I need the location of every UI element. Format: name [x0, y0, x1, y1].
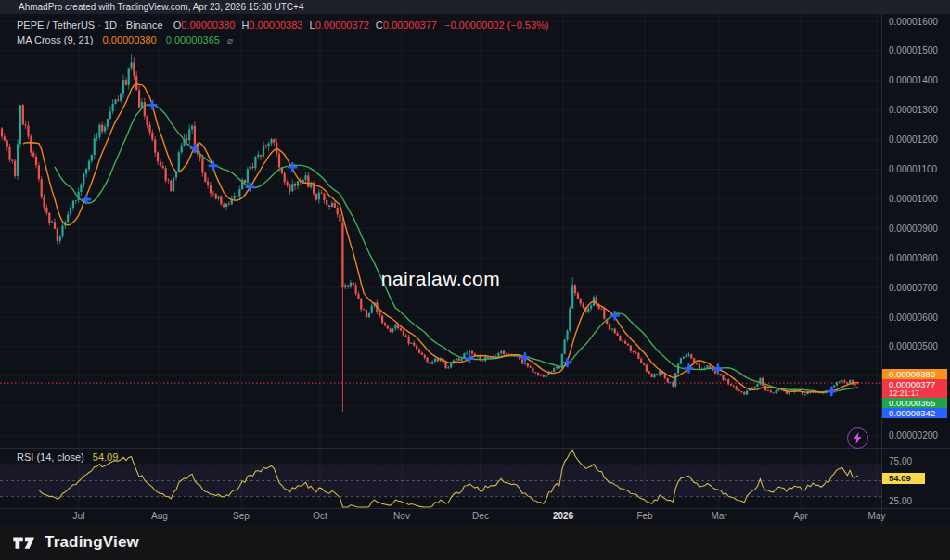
ma-fast-price-badge: 0.00000380	[882, 369, 947, 379]
price-axis-label: 0.00000700	[889, 283, 938, 293]
tradingview-chart-window: AhmadPro created with TradingView.com, A…	[0, 0, 950, 560]
cross-level-price-badge: 0.00000342	[882, 408, 947, 418]
time-axis-label: Feb	[636, 511, 652, 521]
time-axis-label: 2026	[553, 511, 573, 521]
price-axis-label: 0.00001500	[889, 45, 938, 56]
time-axis-label: Jul	[73, 511, 85, 521]
price-axis-label: 0.00000900	[889, 223, 938, 234]
ma-cross-legend-row[interactable]: MA Cross (9, 21) 0.00000380 0.00000365 ⌀	[17, 34, 233, 45]
caption-bar: AhmadPro created with TradingView.com, A…	[0, 0, 950, 14]
ma-slow-value: 0.00000365	[166, 34, 220, 45]
instant-trading-button[interactable]	[847, 427, 868, 449]
open-value: 0.00000380	[181, 19, 235, 31]
tradingview-logo-icon	[12, 533, 37, 553]
rsi-value-badge: 54.09	[882, 473, 925, 484]
rsi-value: 54.09	[93, 452, 119, 463]
tradingview-logo[interactable]: TradingView	[12, 533, 139, 553]
rsi-legend-row[interactable]: RSI (14, close) 54.09	[17, 452, 118, 463]
exchange-label: Binance	[126, 19, 163, 31]
time-axis-label: Aug	[151, 511, 168, 521]
rsi-title[interactable]: RSI (14, close)	[17, 452, 84, 463]
chart-plot-area[interactable]	[0, 14, 881, 508]
price-axis-label: 0.00000200	[889, 430, 938, 440]
price-axis-label: 0.00001000	[889, 194, 938, 204]
price-axis-label: 0.00000800	[889, 253, 938, 263]
time-axis-label: Oct	[313, 511, 327, 521]
time-axis-label: May	[868, 511, 886, 521]
time-axis-label: Apr	[793, 511, 808, 521]
close-label: C	[376, 19, 383, 31]
ma-fast-value: 0.00000380	[103, 34, 157, 45]
low-value: 0.00000372	[315, 19, 369, 31]
price-axis-label: 0.00001400	[889, 75, 938, 85]
price-axis-label: 0.00000500	[889, 341, 938, 351]
rsi-axis-label: 75.00	[889, 456, 912, 466]
high-value: 0.00000383	[249, 19, 302, 31]
last-price-badge: 0.00000377 12:21:17	[882, 379, 947, 398]
rsi-axis-label: 25.00	[889, 496, 912, 506]
bar-countdown: 12:21:17	[889, 389, 947, 398]
symbol-legend-row[interactable]: PEPE / TetherUS · 1D · Binance O0.000003…	[17, 19, 549, 31]
symbol-title[interactable]: PEPE / TetherUS	[17, 19, 95, 31]
tradingview-logo-text: TradingView	[45, 533, 139, 552]
time-axis-label: Sep	[233, 511, 250, 521]
price-axis-label: 0.00001200	[889, 134, 938, 145]
interval-label[interactable]: 1D	[104, 19, 117, 31]
ma-slow-price-badge: 0.00000365	[882, 398, 947, 408]
price-pane-canvas[interactable]	[0, 14, 881, 448]
pane-separator[interactable]	[0, 448, 950, 449]
lightning-icon	[853, 432, 863, 444]
ma-cross-title[interactable]: MA Cross (9, 21)	[17, 34, 94, 45]
time-axis-border	[0, 508, 950, 509]
price-axis-label: 0.00001300	[889, 105, 938, 115]
time-axis-label: Dec	[472, 511, 489, 521]
bottom-bar: TradingView	[0, 525, 950, 560]
rsi-pane-canvas[interactable]	[0, 448, 881, 508]
hide-indicator-icon[interactable]: ⌀	[227, 35, 233, 45]
time-axis-label: Nov	[393, 511, 410, 521]
change-value: −0.00000002 (−0.53%)	[444, 19, 549, 31]
price-axis-label: 0.00000600	[889, 312, 938, 323]
open-label: O	[173, 19, 182, 31]
price-axis-border	[881, 14, 882, 525]
watermark: nairalaw.com	[0, 268, 881, 290]
price-axis-label: 0.00001100	[889, 164, 937, 174]
time-axis-label: Mar	[711, 511, 726, 521]
close-value: 0.00000377	[383, 19, 437, 31]
price-axis-label: 0.00001600	[889, 17, 938, 27]
